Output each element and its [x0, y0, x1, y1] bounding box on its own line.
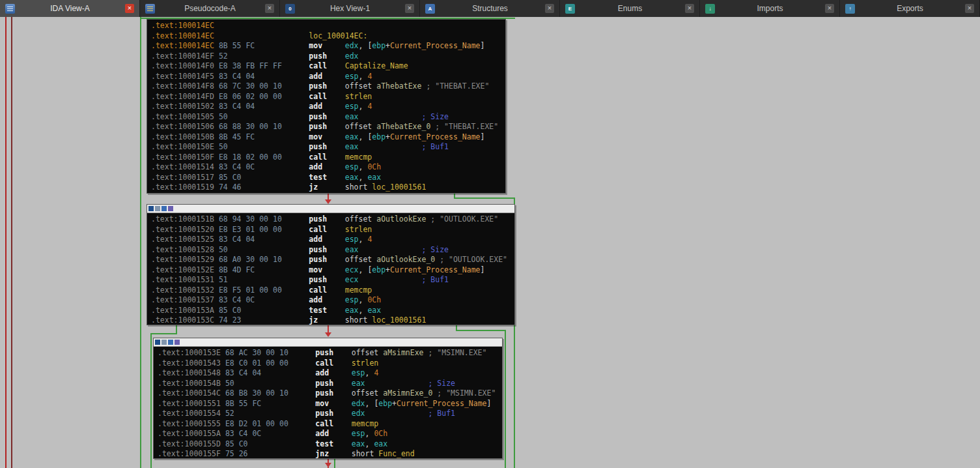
asm-line[interactable]: .text:10001514 83 C4 0C add esp, 0Ch: [151, 162, 505, 173]
asm-line[interactable]: .text:1000150E 50 push eax ; Buf1: [151, 142, 505, 153]
tab-close-button[interactable]: ×: [405, 4, 414, 13]
tab-hex-view-1[interactable]: Hex View-1×: [280, 0, 420, 17]
asm-line[interactable]: .text:100014EC 8B 55 FC mov edx, [ebp+Cu…: [151, 41, 505, 51]
asm-line[interactable]: .text:10001529 68 A0 30 00 10 push offse…: [151, 255, 514, 265]
asm-line[interactable]: .text:1000154C 68 B8 30 00 10 push offse…: [158, 388, 502, 399]
asm-line[interactable]: .text:100014FD E8 06 02 00 00 call strle…: [151, 92, 505, 102]
asm-line[interactable]: .text:10001525 83 C4 04 add esp, 4: [151, 235, 514, 245]
asm-line[interactable]: .text:1000153C 74 23 jz short loc_100015…: [151, 315, 514, 325]
opcode-bytes: 68 88 30 00 10: [219, 122, 309, 131]
asm-line[interactable]: .text:10001506 68 88 30 00 10 push offse…: [151, 122, 505, 132]
punctuation: [214, 81, 219, 91]
string-comment: ; "THEBAT.EXE": [430, 122, 498, 131]
register: eax: [345, 245, 359, 254]
mnemonic: add: [315, 368, 351, 377]
graph-edge-true-node2-h: [456, 330, 506, 331]
asm-line[interactable]: .text:100014EF 52 push edx: [151, 51, 505, 62]
address: .text:1000155F: [158, 449, 221, 458]
tab-close-button[interactable]: ×: [685, 4, 694, 13]
basic-block-100014EC[interactable]: .text:100014EC.text:100014EC loc_100014E…: [147, 19, 506, 194]
punctuation: [214, 225, 219, 234]
tab-close-button[interactable]: ×: [545, 4, 554, 13]
asm-line[interactable]: .text:100014F5 83 C4 04 add esp, 4: [151, 72, 505, 82]
asm-line[interactable]: .text:100014EC: [151, 21, 505, 31]
address: .text:1000151B: [151, 214, 214, 224]
name-reference: loc_10001561: [372, 183, 426, 192]
basic-block-1000151B[interactable]: .text:1000151B 68 94 30 00 10 push offse…: [147, 204, 515, 325]
asm-line[interactable]: .text:100014EC loc_100014EC:: [151, 31, 505, 42]
asm-line[interactable]: .text:10001554 52 push edx ; Buf1: [158, 409, 502, 419]
basic-block-1000153E[interactable]: .text:1000153E 68 AC 30 00 10 push offse…: [153, 338, 503, 459]
asm-line[interactable]: .text:1000153E 68 AC 30 00 10 push offse…: [158, 348, 502, 358]
address: .text:10001519: [151, 183, 214, 192]
address: .text:100014FD: [151, 92, 214, 101]
tab-close-button[interactable]: ×: [825, 4, 834, 13]
opcode-bytes: E8 C0 01 00 00: [225, 358, 315, 368]
mnemonic: call: [309, 153, 344, 162]
name-reference: strlen: [352, 358, 379, 368]
asm-line[interactable]: .text:10001520 E8 E3 01 00 00 call strle…: [151, 225, 514, 235]
name-reference: memcmp: [345, 285, 372, 295]
asm-line[interactable]: .text:10001505 50 push eax ; Size: [151, 112, 505, 123]
asm-line[interactable]: .text:1000155F 75 26 jnz short Func_end: [158, 449, 502, 459]
node-title-bar[interactable]: [154, 338, 502, 347]
asm-line[interactable]: .text:10001537 83 C4 0C add esp, 0Ch: [151, 295, 514, 306]
node-title-bar[interactable]: [147, 205, 514, 213]
string-name: aThebatExe_0: [376, 122, 430, 131]
opcode-bytes: 75 26: [225, 449, 315, 458]
tab-pseudocode-a[interactable]: Pseudocode-A×: [140, 0, 280, 17]
asm-line[interactable]: .text:1000153A 85 C0 test eax, eax: [151, 306, 514, 316]
number-literal: 4: [367, 72, 372, 81]
graph-edge-true-node3-out: [334, 459, 335, 468]
tab-bar: IDA View-A×Pseudocode-A×Hex View-1×Struc…: [0, 0, 980, 17]
graph-canvas[interactable]: .text:100014EC.text:100014EC loc_100014E…: [0, 17, 980, 468]
tab-close-button[interactable]: ×: [125, 4, 134, 13]
address: .text:10001531: [151, 275, 214, 284]
asm-line[interactable]: .text:10001543 E8 C0 01 00 00 call strle…: [158, 358, 502, 369]
asm-line[interactable]: .text:10001519 74 46 jz short loc_100015…: [151, 183, 505, 193]
node-mini-icon-1: [155, 340, 160, 345]
register: ebp: [372, 265, 385, 274]
asm-line[interactable]: .text:10001531 51 push ecx ; Buf1: [151, 275, 514, 285]
punctuation: , [: [365, 399, 379, 408]
asm-line[interactable]: .text:10001528 50 push eax ; Size: [151, 245, 514, 256]
register: edx: [352, 399, 365, 408]
asm-line[interactable]: .text:1000151B 68 94 30 00 10 push offse…: [151, 214, 514, 225]
punctuation: ,: [359, 173, 368, 182]
asm-line[interactable]: .text:100014F8 68 7C 30 00 10 push offse…: [151, 81, 505, 92]
asm-line[interactable]: .text:10001555 E8 D2 01 00 00 call memcm…: [158, 419, 502, 430]
disassembly-listing: .text:100014EC.text:100014EC loc_100014E…: [147, 20, 505, 193]
asm-line[interactable]: .text:1000150B 8B 45 FC mov eax, [ebp+Cu…: [151, 132, 505, 143]
graph-edge-loop-left-2: [11, 17, 12, 468]
arrowhead-node3: [325, 332, 331, 337]
punctuation: ,: [359, 72, 368, 81]
punctuation: [221, 419, 225, 428]
asm-line[interactable]: .text:10001517 85 C0 test eax, eax: [151, 173, 505, 183]
asm-line[interactable]: .text:1000152E 8B 4D FC mov ecx, [ebp+Cu…: [151, 265, 514, 276]
punctuation: [214, 41, 219, 50]
tab-ida-view-a[interactable]: IDA View-A×: [0, 0, 140, 17]
asm-line[interactable]: .text:10001548 83 C4 04 add esp, 4: [158, 368, 502, 379]
opcode-bytes: 8B 4D FC: [219, 265, 309, 274]
asm-line[interactable]: .text:1000155D 85 C0 test eax, eax: [158, 439, 502, 450]
asm-line[interactable]: .text:1000155A 83 C4 0C add esp, 0Ch: [158, 429, 502, 439]
opcode-bytes: 83 C4 0C: [225, 429, 315, 438]
opcode-bytes: E8 06 02 00 00: [219, 92, 309, 101]
comment: ; Buf1: [428, 409, 455, 418]
asm-line[interactable]: .text:10001532 E8 F5 01 00 00 call memcm…: [151, 285, 514, 296]
asm-line[interactable]: .text:10001502 83 C4 04 add esp, 4: [151, 102, 505, 112]
asm-line[interactable]: .text:1000154B 50 push eax ; Size: [158, 379, 502, 389]
register: eax: [345, 306, 359, 315]
address: .text:1000153C: [151, 315, 214, 325]
tab-imports[interactable]: Imports×: [700, 0, 840, 17]
asm-line[interactable]: .text:1000150F E8 18 02 00 00 call memcm…: [151, 153, 505, 163]
asm-line[interactable]: .text:100014F0 E8 38 FB FF FF call Capta…: [151, 61, 505, 72]
tab-structures[interactable]: Structures×: [420, 0, 560, 17]
tab-close-button[interactable]: ×: [965, 4, 974, 13]
punctuation: [214, 132, 219, 141]
mnemonic: push: [315, 388, 351, 398]
tab-enums[interactable]: Enums×: [560, 0, 700, 17]
tab-exports[interactable]: Exports×: [840, 0, 980, 17]
tab-close-button[interactable]: ×: [265, 4, 274, 13]
asm-line[interactable]: .text:10001551 8B 55 FC mov edx, [ebp+Cu…: [158, 399, 502, 409]
